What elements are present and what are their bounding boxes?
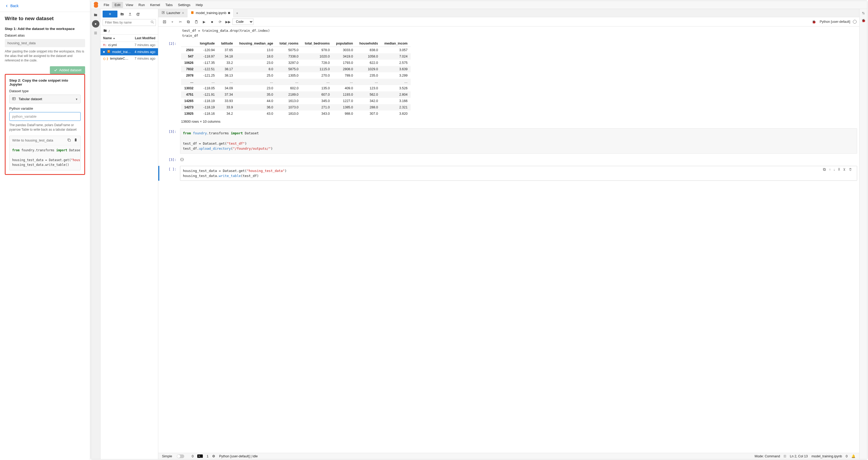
copy-icon[interactable]: [67, 138, 71, 143]
back-label: Back: [10, 4, 19, 8]
table-row: 14265-118.1933.9344.01613.0345.01227.034…: [181, 98, 411, 104]
gear-icon[interactable]: ⚙: [212, 454, 215, 458]
menu-settings[interactable]: Settings: [175, 2, 193, 8]
insert-above-icon[interactable]: ⊼: [838, 167, 840, 172]
refresh-icon[interactable]: [134, 10, 141, 18]
table-header: latitude: [218, 40, 236, 47]
output-text: {}: [180, 156, 857, 162]
notebook-icon: [191, 11, 194, 15]
tab[interactable]: Launcher×: [158, 9, 187, 17]
python-variable-help: The pandas DataFrame, polars DataFrame o…: [9, 123, 81, 132]
run-icon[interactable]: ▶: [201, 19, 208, 25]
file-row[interactable]: {:}templateC…7 minutes ago: [100, 55, 158, 62]
table-header: median_incom: [381, 40, 411, 47]
simple-toggle[interactable]: [177, 454, 184, 458]
svg-rect-17: [823, 168, 825, 170]
paste-cell-icon[interactable]: [193, 19, 199, 25]
code-cell-active[interactable]: housing_test_data = Dataset.get("housing…: [180, 166, 857, 181]
add-tab-button[interactable]: +: [234, 9, 241, 17]
add-cell-icon[interactable]: +: [169, 19, 176, 25]
menu-tabs[interactable]: Tabs: [163, 2, 175, 8]
svg-rect-16: [824, 169, 826, 171]
kernel-status-icon[interactable]: [853, 20, 857, 24]
menu-run[interactable]: Run: [136, 2, 147, 8]
insert-below-icon[interactable]: ⊻: [843, 167, 846, 172]
duplicate-cell-icon[interactable]: [823, 167, 826, 172]
tab-label: model_training.ipynb: [196, 11, 226, 15]
property-inspector-icon[interactable]: [861, 11, 865, 16]
bell-icon[interactable]: 🔔: [851, 454, 856, 458]
table-header: total_bedrooms: [302, 40, 333, 47]
dataset-type-label: Dataset type: [9, 89, 81, 93]
editor-mode: Mode: Command: [754, 454, 780, 458]
copy-cell-icon[interactable]: [185, 19, 192, 25]
running-icon[interactable]: [92, 20, 99, 28]
menu-view[interactable]: View: [123, 2, 136, 8]
svg-rect-8: [108, 51, 110, 52]
new-folder-icon[interactable]: [119, 10, 125, 18]
file-row[interactable]: model_trai…4 minutes ago: [100, 48, 158, 55]
upload-icon[interactable]: [126, 10, 133, 18]
debugger-icon[interactable]: 🐞: [861, 19, 866, 23]
table-header: [181, 40, 197, 47]
svg-point-19: [864, 13, 865, 14]
kernel-label[interactable]: Python [user-default]: [820, 20, 850, 24]
svg-rect-4: [95, 23, 96, 25]
menu-edit[interactable]: Edit: [112, 2, 123, 8]
file-row[interactable]: Y:ci.yml7 minutes ago: [100, 42, 158, 48]
menu-kernel[interactable]: Kernel: [147, 2, 163, 8]
restart-icon[interactable]: ⟳: [217, 19, 223, 25]
output-prompt: [2]:: [160, 40, 176, 117]
new-launcher-button[interactable]: +: [102, 10, 118, 18]
tab[interactable]: model_training.ipynb: [187, 9, 233, 17]
folder-icon[interactable]: [103, 29, 107, 33]
breadcrumb[interactable]: /: [109, 29, 110, 33]
input-prompt: [ ]:: [160, 166, 176, 173]
svg-rect-1: [68, 139, 70, 141]
close-tab-icon[interactable]: ×: [182, 11, 184, 15]
terminal-icon[interactable]: >_: [197, 454, 203, 458]
list-icon[interactable]: [92, 29, 99, 37]
added-dataset-button: Added dataset: [50, 66, 85, 74]
file-modified: 4 minutes ago: [134, 50, 155, 54]
stop-icon[interactable]: ■: [209, 19, 216, 25]
folder-icon[interactable]: [92, 11, 99, 19]
table-row: 2503-120.9437.6513.05075.0978.03033.0838…: [181, 47, 411, 54]
panel-title: Write to new dataset: [0, 12, 90, 25]
menu-file[interactable]: File: [101, 2, 112, 8]
table-row: 7832-122.5138.178.05875.01115.02808.0102…: [181, 66, 411, 72]
cut-icon[interactable]: ✂: [177, 19, 184, 25]
save-icon[interactable]: [161, 19, 168, 25]
bug-icon[interactable]: 🐞: [812, 20, 816, 24]
menubar: FileEditViewRunKernelTabsSettingsHelp: [91, 1, 867, 9]
code-line: train_df: [160, 33, 857, 38]
svg-rect-13: [187, 21, 189, 23]
table-row: 13925-118.1634.243.01810.0343.0988.0307.…: [181, 110, 411, 117]
clipboard-icon[interactable]: [74, 138, 78, 143]
svg-rect-0: [12, 98, 16, 100]
code-cell[interactable]: from foundry.transforms import Dataset t…: [180, 128, 857, 154]
svg-rect-11: [163, 21, 166, 23]
python-variable-label: Python variable: [9, 106, 81, 110]
run-all-icon[interactable]: ▶▶: [224, 19, 231, 25]
column-modified[interactable]: Last Modified: [135, 36, 155, 40]
svg-rect-10: [191, 11, 193, 14]
yaml-file-icon: Y:: [103, 43, 106, 47]
move-up-icon[interactable]: ↑: [829, 167, 831, 172]
table-header: population: [333, 40, 356, 47]
delete-cell-icon[interactable]: [848, 167, 852, 172]
dataset-type-select[interactable]: [9, 95, 81, 103]
unsaved-dot-icon[interactable]: [228, 12, 230, 14]
python-variable-input[interactable]: [9, 112, 81, 121]
table-header: housing_median_age: [236, 40, 276, 47]
svg-rect-2: [75, 139, 76, 141]
column-name[interactable]: Name: [103, 36, 112, 40]
filter-files-input[interactable]: [102, 19, 156, 26]
snippet-title: Write to housing_test_data: [12, 138, 53, 142]
menu-help[interactable]: Help: [193, 2, 206, 8]
move-down-icon[interactable]: ↓: [834, 167, 835, 172]
trusted-icon[interactable]: ✓⃝: [784, 454, 786, 458]
cell-type-select[interactable]: Code: [232, 19, 253, 25]
back-button[interactable]: Back: [0, 0, 90, 12]
step1-heading: Step 1: Add the dataset to the workspace: [5, 27, 85, 31]
